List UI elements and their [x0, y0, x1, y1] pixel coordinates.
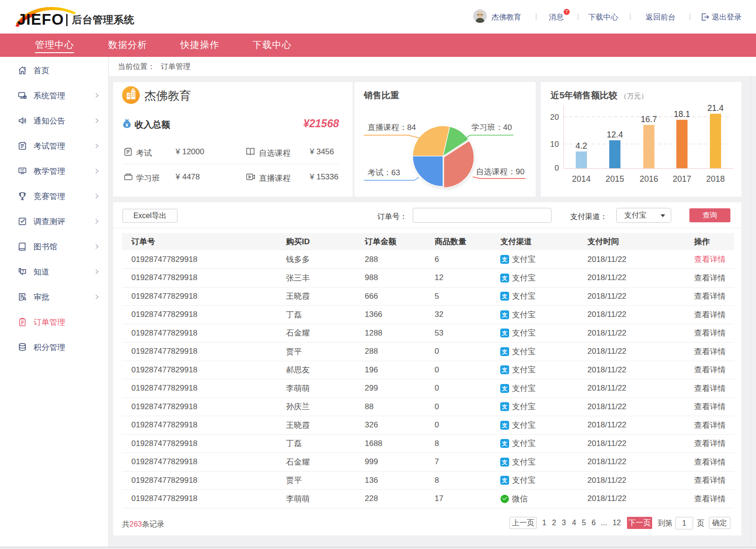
svg-text:4.2: 4.2 [575, 141, 587, 151]
svg-text:16.7: 16.7 [640, 115, 657, 124]
svg-text:直播课程：84: 直播课程：84 [368, 123, 416, 132]
svg-text:2014: 2014 [572, 174, 591, 184]
svg-text:20: 20 [550, 113, 559, 122]
svg-text:2015: 2015 [606, 174, 624, 184]
svg-text:支: 支 [502, 367, 508, 373]
svg-text:支: 支 [502, 330, 508, 336]
svg-text:支: 支 [502, 440, 508, 447]
svg-text:18.1: 18.1 [674, 110, 690, 119]
svg-text:自选课程：90: 自选课程：90 [476, 167, 524, 176]
svg-text:支: 支 [502, 459, 508, 466]
svg-text:支: 支 [502, 293, 508, 300]
svg-text:学习班：40: 学习班：40 [471, 123, 512, 132]
svg-text:支: 支 [502, 312, 508, 318]
svg-text:支: 支 [502, 385, 508, 392]
svg-text:支: 支 [502, 422, 508, 429]
svg-text:支: 支 [502, 349, 508, 355]
svg-text:考试：63: 考试：63 [368, 168, 400, 177]
svg-text:2018: 2018 [706, 174, 725, 184]
svg-text:支: 支 [502, 256, 508, 263]
svg-text:支: 支 [502, 404, 508, 410]
svg-text:0: 0 [555, 164, 559, 172]
svg-text:2017: 2017 [673, 174, 691, 184]
svg-text:2016: 2016 [640, 174, 658, 184]
svg-text:21.4: 21.4 [707, 103, 723, 113]
svg-text:支: 支 [502, 275, 508, 281]
svg-text:支: 支 [502, 477, 508, 484]
svg-text:10: 10 [550, 140, 559, 149]
svg-text:12.4: 12.4 [606, 130, 623, 139]
